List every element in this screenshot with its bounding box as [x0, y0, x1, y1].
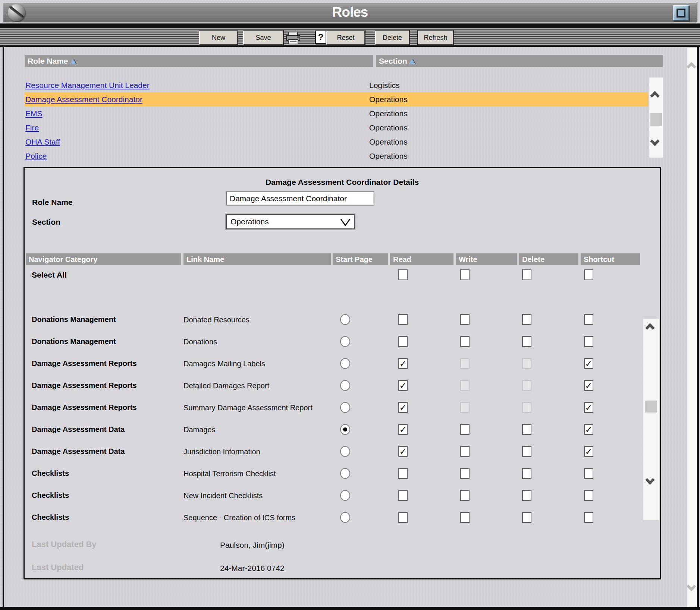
write-checkbox[interactable]	[460, 490, 470, 501]
shortcut-checkbox[interactable]	[584, 336, 593, 347]
read-checkbox[interactable]	[398, 424, 408, 435]
write-checkbox[interactable]	[460, 446, 470, 457]
start-page-radio[interactable]	[340, 402, 350, 413]
read-checkbox[interactable]	[398, 314, 408, 325]
chevron-down-icon[interactable]	[645, 475, 655, 484]
delete-checkbox[interactable]	[522, 468, 531, 479]
shortcut-checkbox[interactable]	[584, 512, 593, 523]
shortcut-checkbox[interactable]	[584, 468, 593, 479]
shortcut-checkbox[interactable]	[584, 380, 593, 391]
write-checkbox[interactable]	[460, 314, 470, 325]
write-checkbox[interactable]	[460, 336, 470, 347]
read-checkbox[interactable]	[398, 446, 408, 457]
role-link[interactable]: Fire	[25, 123, 39, 132]
start-page-radio[interactable]	[340, 512, 350, 523]
category-cell: Damage Assessment Reports	[26, 381, 183, 390]
role-link[interactable]: Police	[25, 152, 47, 160]
shortcut-column-header[interactable]: Shortcut	[581, 253, 640, 265]
shortcut-checkbox[interactable]	[584, 402, 593, 413]
category-cell: Checklists	[26, 469, 183, 478]
roles-scrollbar[interactable]	[649, 78, 663, 158]
shortcut-checkbox[interactable]	[584, 424, 593, 435]
refresh-button[interactable]: Refresh	[418, 31, 453, 45]
select-all-shortcut-checkbox[interactable]	[584, 269, 593, 280]
start-page-radio[interactable]	[340, 468, 350, 479]
window-frame-bottom	[0, 607, 700, 610]
start-page-radio[interactable]	[340, 314, 350, 325]
scrollbar-thumb[interactable]	[645, 401, 657, 413]
start-page-radio[interactable]	[340, 336, 350, 347]
delete-checkbox	[522, 402, 531, 413]
page-scrollbar[interactable]	[687, 48, 697, 607]
start-page-radio[interactable]	[340, 380, 350, 391]
chevron-up-icon[interactable]	[650, 91, 659, 100]
read-checkbox[interactable]	[398, 490, 408, 501]
role-name-column-label: Role Name	[28, 57, 68, 65]
help-icon[interactable]: ?	[315, 31, 326, 44]
section-select[interactable]: Operations	[226, 214, 355, 229]
link-cell: Damages Mailing Labels	[183, 359, 333, 368]
read-checkbox[interactable]	[398, 512, 408, 523]
chevron-down-icon	[340, 218, 351, 227]
role-row: Police Operations	[25, 149, 648, 163]
category-cell: Checklists	[26, 491, 183, 500]
delete-button[interactable]: Delete	[375, 31, 409, 45]
role-name-column-header[interactable]: Role Name	[25, 55, 373, 67]
permissions-scrollbar[interactable]	[643, 319, 659, 520]
save-button[interactable]: Save	[243, 31, 283, 45]
chevron-up-icon[interactable]	[687, 62, 696, 71]
write-checkbox[interactable]	[460, 512, 470, 523]
read-column-header[interactable]: Read	[390, 253, 453, 265]
chevron-up-icon[interactable]	[645, 323, 655, 332]
delete-checkbox	[522, 380, 531, 391]
section-column-header[interactable]: Section	[376, 55, 663, 67]
write-column-header[interactable]: Write	[456, 253, 517, 265]
delete-column-header[interactable]: Delete	[519, 253, 578, 265]
read-checkbox[interactable]	[398, 402, 408, 413]
start-page-radio[interactable]	[340, 490, 350, 501]
shortcut-checkbox[interactable]	[584, 314, 593, 325]
shortcut-checkbox[interactable]	[584, 490, 593, 501]
select-all-write-checkbox[interactable]	[460, 269, 470, 280]
shortcut-checkbox[interactable]	[584, 446, 593, 457]
delete-checkbox[interactable]	[522, 336, 531, 347]
write-checkbox[interactable]	[460, 424, 470, 435]
write-checkbox[interactable]	[460, 468, 470, 479]
start-page-radio[interactable]	[340, 358, 350, 369]
scrollbar-thumb[interactable]	[650, 113, 662, 126]
role-link[interactable]: OHA Staff	[25, 138, 60, 146]
delete-checkbox[interactable]	[522, 446, 531, 457]
category-cell: Checklists	[26, 513, 183, 522]
printer-icon[interactable]	[285, 31, 302, 45]
role-link[interactable]: Damage Assessment Coordinator	[25, 95, 142, 104]
start-page-column-header[interactable]: Start Page	[333, 253, 388, 265]
link-cell: Sequence - Creation of ICS forms	[183, 513, 333, 522]
chevron-down-icon[interactable]	[650, 136, 659, 146]
delete-checkbox[interactable]	[522, 512, 531, 523]
section-select-value: Operations	[230, 217, 269, 226]
read-checkbox[interactable]	[398, 468, 408, 479]
start-page-radio[interactable]	[340, 424, 350, 435]
maximize-button[interactable]	[673, 5, 689, 21]
delete-checkbox[interactable]	[522, 490, 531, 501]
select-all-delete-checkbox[interactable]	[522, 269, 531, 280]
new-button[interactable]: New	[199, 31, 238, 45]
chevron-down-icon[interactable]	[687, 582, 696, 591]
read-checkbox[interactable]	[398, 358, 408, 369]
delete-checkbox[interactable]	[522, 424, 531, 435]
read-checkbox[interactable]	[398, 336, 408, 347]
read-checkbox[interactable]	[398, 380, 408, 391]
last-updated-by-value: Paulson, Jim(jimp)	[220, 541, 285, 550]
reset-button[interactable]: Reset	[326, 31, 365, 45]
select-all-read-checkbox[interactable]	[398, 269, 408, 280]
role-link[interactable]: EMS	[25, 109, 43, 118]
delete-checkbox[interactable]	[522, 314, 531, 325]
shortcut-checkbox[interactable]	[584, 358, 593, 369]
navigator-category-column-header[interactable]: Navigator Category	[26, 253, 181, 265]
role-name-input[interactable]	[226, 192, 374, 205]
start-page-radio[interactable]	[340, 446, 350, 457]
link-cell: Donated Resources	[183, 315, 333, 324]
link-name-column-header[interactable]: Link Name	[183, 253, 331, 265]
role-link[interactable]: Resource Management Unit Leader	[25, 81, 150, 89]
role-row: EMS Operations	[25, 107, 648, 121]
